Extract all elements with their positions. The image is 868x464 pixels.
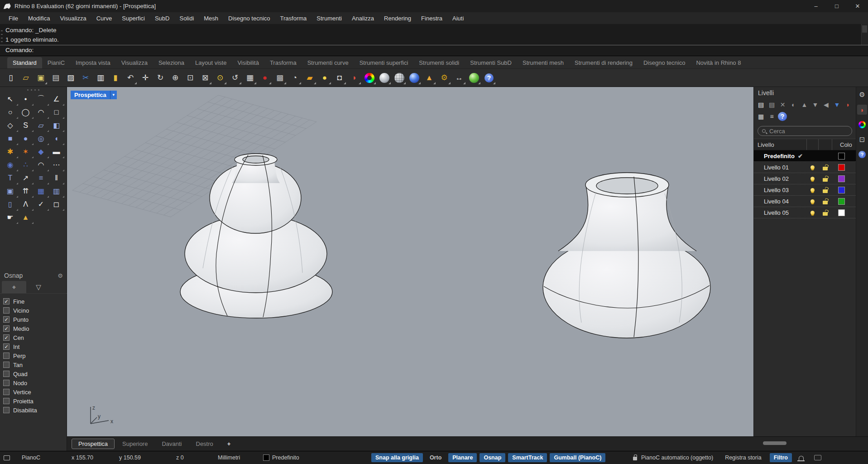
- zoom-selected-icon[interactable]: ⊙: [214, 72, 226, 84]
- spotlight-icon[interactable]: ▲: [423, 72, 436, 84]
- point-icon[interactable]: •: [18, 92, 34, 106]
- layer-visible-bulb-icon[interactable]: [810, 188, 815, 192]
- status-current-layer[interactable]: Predefinito: [263, 454, 299, 461]
- status-toggle-gumball-pianoc-[interactable]: Gumball (PianoC): [550, 453, 605, 462]
- rendermesh-icon[interactable]: [393, 72, 406, 84]
- menu-item-file[interactable]: File: [4, 15, 23, 22]
- menu-item-disegno-tecnico[interactable]: Disegno tecnico: [223, 15, 275, 22]
- print-icon[interactable]: ▤: [49, 72, 62, 84]
- vase-right[interactable]: [543, 173, 710, 338]
- move-up-icon[interactable]: ▲: [800, 101, 809, 108]
- osnap-checkbox-int[interactable]: ✓: [3, 343, 10, 350]
- layers-help-icon[interactable]: ?: [778, 112, 787, 121]
- zoom-dynamic-icon[interactable]: ⊕: [169, 72, 182, 84]
- osnap-checkbox-tan[interactable]: [3, 362, 10, 368]
- duplicate-layer-icon[interactable]: ◐: [789, 101, 798, 108]
- copy-icon[interactable]: ▥: [94, 72, 107, 84]
- layers-hscrollbar[interactable]: [763, 441, 786, 445]
- solid-box-icon[interactable]: ◻: [49, 198, 64, 211]
- ribbon-tab-pianic[interactable]: PianiC: [42, 57, 70, 68]
- column-header-livello[interactable]: Livello: [754, 141, 806, 148]
- display-mode-car-icon[interactable]: ●: [259, 72, 271, 84]
- layer-color-swatch[interactable]: [838, 164, 845, 171]
- viewport-label-caret-icon[interactable]: ▼: [110, 91, 117, 99]
- move-icon[interactable]: ↗: [18, 171, 34, 184]
- minimize-button[interactable]: –: [806, 0, 826, 12]
- undo-icon[interactable]: ↶: [124, 72, 137, 84]
- osnap-checkbox-proietta[interactable]: [3, 398, 10, 404]
- command-area[interactable]: Comando: _Delete 1 oggetto eliminato. Co…: [0, 24, 868, 56]
- lamp-icon[interactable]: ●: [318, 72, 331, 84]
- new-sublayer-icon[interactable]: ▤: [767, 101, 777, 108]
- layer-row-livello-01[interactable]: Livello 01: [754, 162, 856, 173]
- zoom-window-icon[interactable]: ⊡: [184, 72, 197, 84]
- osnap-checkbox-nodo[interactable]: [3, 380, 10, 386]
- command-grip[interactable]: [1, 28, 3, 46]
- status-toggle-osnap[interactable]: Osnap: [480, 453, 505, 462]
- explode-icon[interactable]: ✶: [18, 145, 34, 158]
- status-toggle-planare[interactable]: Planare: [448, 453, 477, 462]
- menu-item-trasforma[interactable]: Trasforma: [275, 15, 312, 22]
- paste-icon[interactable]: ▮: [109, 72, 122, 84]
- circle-icon[interactable]: ○: [3, 106, 18, 119]
- command-scrollbar[interactable]: [861, 24, 868, 45]
- viewport-tab-superiore[interactable]: Superiore: [116, 439, 154, 449]
- command-prompt[interactable]: Comando:: [0, 45, 868, 56]
- shaded-view-icon[interactable]: [378, 72, 391, 84]
- array-icon[interactable]: ≡: [34, 171, 49, 184]
- menu-item-analizza[interactable]: Analizza: [347, 15, 379, 22]
- status-toggle-smarttrack[interactable]: SmartTrack: [508, 453, 547, 462]
- status-auto-cplane[interactable]: PianoC automatico (oggetto): [641, 454, 713, 461]
- status-record-history[interactable]: Registra storia: [725, 454, 762, 461]
- offset-icon[interactable]: ‖: [49, 171, 64, 184]
- ribbon-tab-strumenti-di-rendering[interactable]: Strumenti di rendering: [569, 57, 638, 68]
- pan-icon[interactable]: ✛: [139, 72, 152, 84]
- open-folder-icon[interactable]: ▱: [19, 72, 32, 84]
- layer-dialog-icon[interactable]: ◗: [348, 72, 361, 84]
- blend-icon[interactable]: ◉: [3, 158, 18, 171]
- layer-visible-bulb-icon[interactable]: [810, 165, 815, 169]
- revolve-icon[interactable]: ◖: [49, 132, 64, 145]
- menu-item-solidi[interactable]: Solidi: [174, 15, 199, 22]
- ribbon-tab-standard[interactable]: Standard: [7, 57, 42, 68]
- new-file-icon[interactable]: ▯: [5, 72, 17, 84]
- records-icon[interactable]: ▥: [49, 184, 64, 198]
- osnap-checkbox-perp[interactable]: [3, 353, 10, 359]
- viewport-label[interactable]: Prospettica ▼: [71, 91, 117, 99]
- osnap-checkbox-vicino[interactable]: [3, 307, 10, 314]
- ribbon-tab-strumenti-solidi[interactable]: Strumenti solidi: [413, 57, 465, 68]
- status-units[interactable]: Millimetri: [218, 454, 263, 461]
- layers-search-input[interactable]: [768, 127, 836, 135]
- gradient-hatch-icon[interactable]: ▬: [49, 145, 64, 158]
- status-cplane[interactable]: PianoC: [22, 454, 58, 461]
- lock-objects-icon[interactable]: ◘: [333, 72, 346, 84]
- arc-icon[interactable]: ◠: [34, 106, 49, 119]
- vase-left[interactable]: [180, 154, 332, 318]
- layer-color-swatch[interactable]: [838, 153, 845, 160]
- close-button[interactable]: ✕: [847, 0, 868, 12]
- layer-row-livello-02[interactable]: Livello 02: [754, 173, 856, 184]
- loft-icon[interactable]: ◧: [49, 119, 64, 132]
- move-down-icon[interactable]: ▼: [810, 101, 820, 108]
- ribbon-tab-strumenti-curve[interactable]: Strumenti curve: [302, 57, 354, 68]
- osnap-checkbox-vertice[interactable]: [3, 389, 10, 395]
- viewport-label-text[interactable]: Prospettica: [71, 91, 110, 99]
- layer-visible-bulb-icon[interactable]: [810, 211, 815, 215]
- command-scrollbar-thumb[interactable]: [862, 25, 867, 33]
- layer-color-swatch[interactable]: [838, 198, 845, 205]
- status-display-icon[interactable]: [4, 455, 10, 460]
- menu-item-finestra[interactable]: Finestra: [416, 15, 447, 22]
- array-grid-icon[interactable]: ▦: [34, 184, 49, 198]
- osnap-checkbox-medio[interactable]: ✓: [3, 325, 10, 332]
- osnap-gear-icon[interactable]: ⚙: [58, 272, 63, 279]
- ribbon-tab-seleziona[interactable]: Seleziona: [153, 57, 190, 68]
- status-toggle-snap-alla-griglia[interactable]: Snap alla griglia: [371, 453, 423, 462]
- color-picker-icon[interactable]: [363, 72, 376, 84]
- cplane-icon[interactable]: ▩: [273, 72, 286, 84]
- menu-item-visualizza[interactable]: Visualizza: [55, 15, 91, 22]
- ribbon-tab-trasforma[interactable]: Trasforma: [264, 57, 302, 68]
- options-gears-icon[interactable]: ⚙: [438, 72, 451, 84]
- ribbon-tab-visibilità[interactable]: Visibilità: [232, 57, 264, 68]
- column-header-lock[interactable]: [818, 139, 832, 150]
- polygon-icon[interactable]: ◇: [3, 119, 18, 132]
